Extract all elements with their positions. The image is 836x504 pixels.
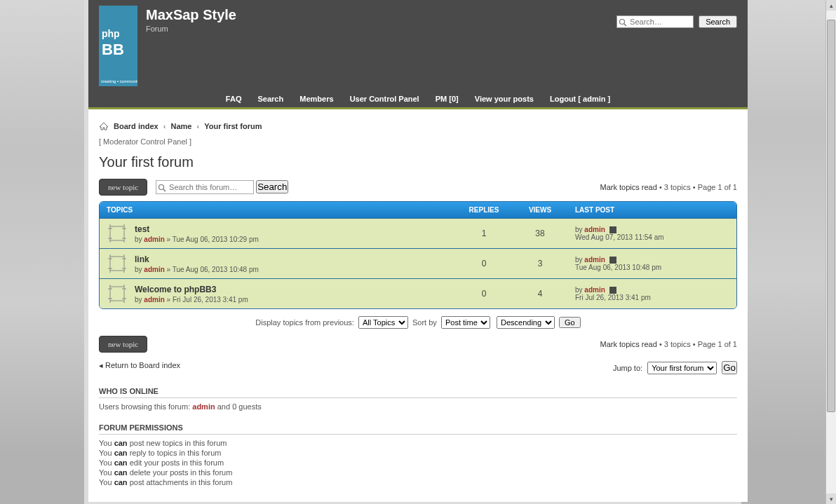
- topic-title-link[interactable]: test: [135, 224, 149, 234]
- pagination-top: Mark topics read • 3 topics • Page 1 of …: [600, 183, 737, 191]
- topic-meta: by admin » Fri Jul 26, 2013 3:41 pm: [135, 296, 456, 304]
- jump-to-go-button[interactable]: [722, 361, 737, 374]
- topic-row: testby admin » Tue Aug 06, 2013 10:29 pm…: [100, 218, 736, 248]
- nav-search[interactable]: Search: [251, 95, 291, 103]
- topic-title-link[interactable]: Welcome to phpBB3: [135, 285, 216, 294]
- jump-to: Jump to: Your first forum: [613, 361, 737, 374]
- views-count: 38: [512, 229, 568, 238]
- last-post-author-link[interactable]: admin: [584, 226, 605, 233]
- moderator-cp-link[interactable]: [ Moderator Control Panel ]: [99, 137, 737, 146]
- mark-topics-read[interactable]: Mark topics read: [600, 340, 657, 348]
- nav-ucp[interactable]: User Control Panel: [343, 95, 426, 103]
- view-last-post-icon[interactable]: [607, 256, 616, 264]
- search-icon: [619, 18, 627, 28]
- topic-row: Welcome to phpBB3by admin » Fri Jul 26, …: [100, 278, 736, 308]
- list-header: TOPICS REPLIES VIEWS LAST POST: [100, 202, 736, 218]
- return-row: Jump to: Your first forum ◂ Return to Bo…: [99, 361, 737, 374]
- topic-row: linkby admin » Tue Aug 06, 2013 10:48 pm…: [100, 248, 736, 278]
- display-options: Display topics from previous: All Topics…: [99, 316, 737, 329]
- permission-line: You can edit your posts in this forum: [99, 458, 737, 467]
- mark-topics-read[interactable]: Mark topics read: [600, 183, 657, 191]
- header-search: [616, 15, 737, 28]
- header: php BB creating ▪ communities MaxSap Sty…: [88, 0, 748, 109]
- scroll-up-arrow[interactable]: ▴: [826, 0, 836, 11]
- nav-pm[interactable]: PM [0]: [429, 95, 466, 103]
- action-bar-top: new topic Mark topics read • 3 topics • …: [99, 179, 737, 196]
- new-topic-button[interactable]: new topic: [99, 336, 147, 353]
- scroll-down-arrow[interactable]: ▾: [826, 493, 836, 502]
- jump-to-select[interactable]: Your first forum: [647, 362, 717, 374]
- breadcrumb-board-index[interactable]: Board index: [114, 122, 159, 130]
- replies-count: 1: [456, 229, 512, 238]
- nav-members[interactable]: Members: [292, 95, 340, 103]
- new-topic-button[interactable]: new topic: [99, 179, 147, 196]
- topic-title-link[interactable]: link: [135, 254, 149, 264]
- topic-meta: by admin » Tue Aug 06, 2013 10:29 pm: [135, 236, 456, 243]
- select-previous[interactable]: All Topics: [358, 316, 408, 329]
- nav-view-posts[interactable]: View your posts: [468, 95, 541, 103]
- author-link[interactable]: admin: [144, 266, 164, 273]
- pagination-bottom: Mark topics read • 3 topics • Page 1 of …: [600, 340, 737, 348]
- search-button[interactable]: [699, 15, 737, 28]
- views-count: 4: [512, 289, 568, 299]
- page-info: Page 1 of 1: [698, 340, 737, 348]
- last-post-date: Wed Aug 07, 2013 11:54 am: [575, 233, 664, 241]
- breadcrumb-current[interactable]: Your first forum: [204, 122, 262, 130]
- breadcrumb-name[interactable]: Name: [170, 122, 191, 130]
- breadcrumb-sep: ‹: [163, 122, 166, 130]
- select-sort-order[interactable]: Descending: [497, 316, 555, 329]
- topic-count: 3 topics: [664, 183, 691, 191]
- view-last-post-icon[interactable]: [607, 286, 616, 294]
- last-post-author-link[interactable]: admin: [584, 286, 605, 294]
- forum-permissions-heading: FORUM PERMISSIONS: [99, 423, 737, 435]
- permission-line: You can post attachments in this forum: [99, 478, 737, 486]
- action-bar-bottom: new topic Mark topics read • 3 topics • …: [99, 336, 737, 353]
- page-info: Page 1 of 1: [698, 183, 737, 191]
- sort-by-label: Sort by: [412, 318, 437, 327]
- nav-faq[interactable]: FAQ: [219, 95, 249, 103]
- forum-search-input[interactable]: [156, 180, 254, 194]
- forum-title: Your first forum: [99, 154, 737, 170]
- author-link[interactable]: admin: [144, 296, 164, 304]
- scrollbar-thumb[interactable]: [827, 20, 835, 412]
- display-go-button[interactable]: [559, 317, 581, 328]
- online-user-link[interactable]: admin: [192, 402, 215, 411]
- col-views-header: VIEWS: [512, 206, 568, 214]
- views-count: 3: [512, 259, 568, 268]
- return-board-index[interactable]: Return to Board index: [105, 361, 180, 369]
- replies-count: 0: [456, 259, 512, 268]
- last-post-author-link[interactable]: admin: [584, 256, 605, 264]
- return-arrow-icon: ◂: [99, 361, 105, 369]
- vertical-scrollbar[interactable]: ▴ ▾: [825, 0, 836, 502]
- last-post-date: Fri Jul 26, 2013 3:41 pm: [575, 294, 651, 301]
- view-last-post-icon[interactable]: [607, 226, 616, 233]
- topic-list: TOPICS REPLIES VIEWS LAST POST testby ad…: [99, 201, 737, 309]
- forum-search: [156, 180, 288, 194]
- author-link[interactable]: admin: [144, 236, 164, 243]
- jump-to-label: Jump to:: [613, 364, 642, 372]
- permissions-list: You can post new topics in this forumYou…: [99, 439, 737, 486]
- main-content: Board index ‹ Name ‹ Your first forum [ …: [88, 109, 748, 502]
- permission-line: You can post new topics in this forum: [99, 439, 737, 447]
- svg-line-7: [163, 189, 166, 191]
- nav-logout[interactable]: Logout [ admin ]: [543, 95, 617, 103]
- svg-text:BB: BB: [102, 41, 124, 58]
- navbar: FAQ Search Members User Control Panel PM…: [109, 90, 727, 107]
- who-is-online-info: Users browsing this forum: admin and 0 g…: [99, 402, 737, 411]
- last-post: by admin Fri Jul 26, 2013 3:41 pm: [568, 286, 729, 301]
- permission-line: You can reply to topics in this forum: [99, 449, 737, 457]
- svg-point-4: [620, 20, 625, 25]
- forum-search-button[interactable]: [256, 180, 288, 193]
- col-lastpost-header: LAST POST: [568, 206, 729, 214]
- search-input[interactable]: [616, 15, 694, 28]
- page-wrap: php BB creating ▪ communities MaxSap Sty…: [88, 0, 748, 502]
- breadcrumb-sep: ‹: [196, 122, 199, 130]
- phpbb-logo[interactable]: php BB creating ▪ communities: [99, 6, 137, 86]
- search-icon: [158, 184, 166, 193]
- replies-count: 0: [456, 289, 512, 299]
- forum-title-link[interactable]: Your first forum: [99, 154, 194, 170]
- select-sort-by[interactable]: Post time: [441, 316, 490, 329]
- svg-line-5: [624, 24, 626, 26]
- topic-status-icon: [107, 253, 128, 274]
- breadcrumb: Board index ‹ Name ‹ Your first forum: [99, 122, 737, 132]
